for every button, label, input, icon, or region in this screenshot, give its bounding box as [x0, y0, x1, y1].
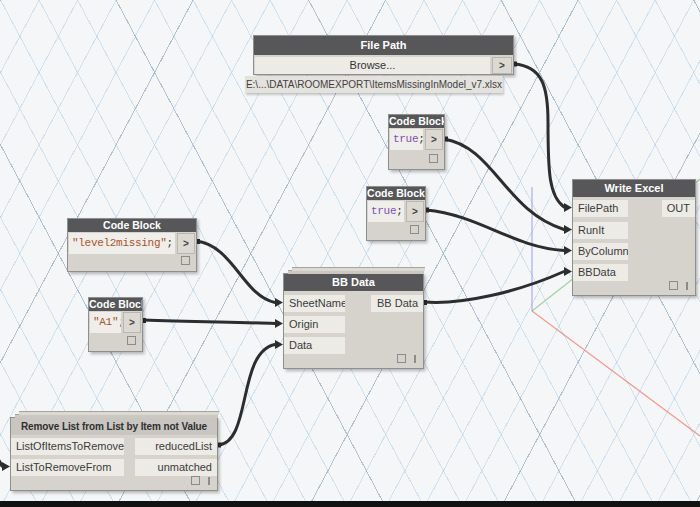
preview-checkbox[interactable] [397, 354, 406, 363]
code-string: "A1" [93, 316, 118, 328]
wire-codeblock-to-bycolumn[interactable] [426, 210, 564, 251]
code-suffix: ; [418, 133, 423, 145]
node-write-excel[interactable]: Write Excel FilePath RunIt ByColumn BBDa… [572, 179, 696, 296]
input-port-arrow [564, 225, 572, 234]
code-row: true; > [390, 129, 443, 150]
node-title[interactable]: Remove List from List by Item not Value [11, 418, 217, 435]
output-port[interactable]: > [177, 233, 195, 254]
code-row: "level2missing"; > [69, 233, 195, 254]
node-bb-data[interactable]: BB Data SheetName Origin Data BB Data [283, 273, 424, 369]
resize-grip[interactable] [686, 282, 688, 290]
input-port-bycolumn[interactable]: ByColumn [573, 243, 628, 260]
browse-row: Browse... > [255, 57, 512, 74]
node-title[interactable]: Code Block [389, 115, 444, 128]
resize-grip[interactable] [414, 355, 416, 363]
input-port-arrow [564, 203, 572, 212]
input-port-arrow [275, 340, 283, 349]
browse-button[interactable]: Browse... [255, 57, 490, 74]
input-port-arrow [275, 298, 283, 307]
code-row: "A1"; > [90, 312, 141, 333]
node-code-block-sheetname[interactable]: Code Block "level2missing"; > [67, 218, 197, 272]
wire-codeblock-to-sheetname[interactable] [196, 241, 275, 303]
input-port-bbdata[interactable]: BBData [573, 264, 628, 281]
node-title[interactable]: Write Excel [573, 180, 695, 197]
preview-checkbox[interactable] [410, 225, 419, 234]
output-port-out[interactable]: OUT [662, 200, 695, 217]
code-suffix: ; [167, 237, 173, 249]
output-port-unmatched[interactable]: unmatched [135, 459, 217, 476]
x-axis-line [532, 311, 700, 436]
node-title[interactable]: File Path [254, 36, 513, 55]
node-stack-layer [19, 411, 219, 415]
dynamo-workspace[interactable]: File Path Browse... > E:\...\DATA\ROOMEX… [0, 0, 700, 507]
preview-checkbox[interactable] [429, 154, 438, 163]
code-input[interactable]: true; [390, 129, 423, 150]
preview-checkbox[interactable] [181, 256, 190, 265]
node-code-block-bycolumn[interactable]: Code Block true; > [366, 186, 426, 241]
output-port[interactable]: > [406, 201, 424, 222]
preview-checkbox[interactable] [127, 336, 136, 345]
wire-codeblock-to-origin[interactable] [143, 320, 275, 324]
preview-checkbox[interactable] [669, 281, 678, 290]
resize-grip[interactable] [208, 477, 210, 485]
code-row: true; > [368, 201, 424, 222]
input-port-arrow [275, 319, 283, 328]
wire-bbdata-to-writeexcel[interactable] [424, 272, 564, 303]
output-port[interactable]: > [425, 129, 443, 150]
input-port-filepath[interactable]: FilePath [573, 200, 628, 217]
output-port-bbdata[interactable]: BB Data [371, 295, 423, 312]
wire-reducedlist-to-data[interactable] [218, 345, 275, 446]
node-title[interactable]: Code Block [89, 298, 142, 311]
input-port-origin[interactable]: Origin [284, 316, 345, 333]
input-port-runit[interactable]: RunIt [573, 222, 628, 239]
code-keyword: true [393, 133, 418, 145]
node-remove-list-from-list[interactable]: Remove List from List by Item not Value … [10, 417, 218, 491]
node-title[interactable]: BB Data [284, 274, 423, 291]
output-port[interactable]: > [123, 312, 141, 333]
code-input[interactable]: true; [368, 201, 404, 222]
node-code-block-runit[interactable]: Code Block true; > [388, 114, 445, 170]
input-port-listtoremovefrom[interactable]: ListToRemoveFrom [11, 459, 124, 476]
input-port-arrow [564, 267, 572, 276]
node-file-path[interactable]: File Path Browse... > [253, 35, 514, 75]
wire-codeblock-to-runit[interactable] [444, 139, 564, 230]
output-port-reducedlist[interactable]: reducedList [135, 438, 217, 455]
preview-checkbox[interactable] [191, 476, 200, 485]
input-port-listofitemstoremove[interactable]: ListOfItemsToRemove [11, 438, 124, 455]
code-keyword: true [371, 205, 396, 217]
code-string: "level2missing" [72, 237, 167, 249]
node-code-block-origin[interactable]: Code Block "A1"; > [88, 297, 143, 352]
file-path-preview-bubble: E:\...\DATA\ROOMEXPORT\ItemsMissingInMod… [245, 76, 503, 93]
wire-filepath-to-writeexcel[interactable] [514, 64, 564, 207]
code-input[interactable]: "level2missing"; [69, 233, 175, 254]
input-port-arrow [564, 246, 572, 255]
node-stack-layer [292, 267, 425, 271]
node-title[interactable]: Code Block [367, 187, 425, 200]
input-port-arrow [2, 462, 10, 471]
code-suffix: ; [118, 316, 121, 328]
output-port-filepath[interactable]: > [492, 57, 512, 74]
wire-offscreen-to-listtoremovefrom[interactable] [0, 454, 2, 466]
code-input[interactable]: "A1"; [90, 312, 121, 333]
window-bottom-edge [0, 501, 700, 507]
input-port-sheetname[interactable]: SheetName [284, 295, 345, 312]
node-title[interactable]: Code Block [68, 219, 196, 232]
code-suffix: ; [396, 205, 402, 217]
input-port-data[interactable]: Data [284, 337, 345, 354]
